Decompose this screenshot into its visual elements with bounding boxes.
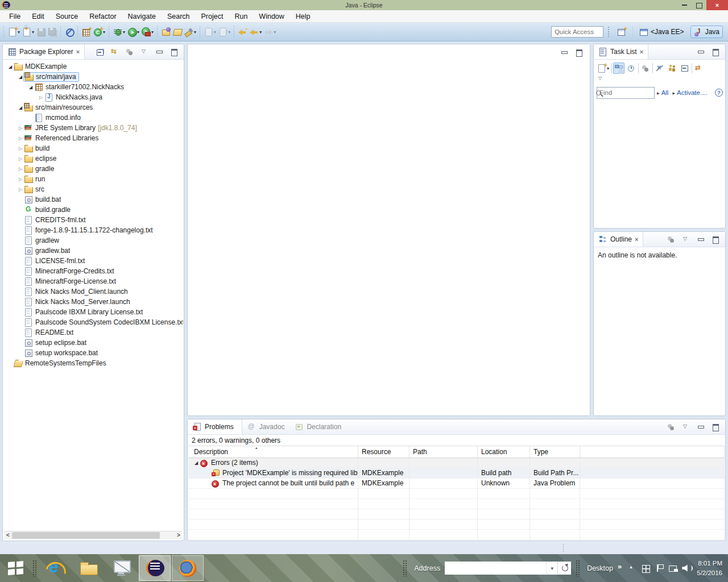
maximize-button[interactable] (573, 47, 585, 58)
task-list-link-all[interactable]: All (657, 89, 668, 96)
perspective-javaee-button[interactable]: <Java EE> (636, 26, 688, 38)
column-header-type[interactable]: Type (530, 446, 580, 458)
toolbar-overflow-icon[interactable]: ▽ (598, 76, 602, 81)
skip-breakpoints-button[interactable] (64, 26, 75, 38)
save-button[interactable] (35, 26, 47, 38)
tree-item[interactable]: build.bat (3, 194, 183, 205)
tree-item[interactable]: mcmod.info (3, 113, 183, 123)
tree-twistie-icon[interactable]: ▷ (38, 95, 44, 100)
new-task-button[interactable]: ▾ (596, 63, 610, 74)
open-type-button[interactable] (172, 26, 183, 38)
tree-twistie-icon[interactable]: ▷ (17, 167, 24, 172)
tree-item[interactable]: RemoteSystemsTempFiles (3, 358, 183, 368)
taskbar-app-system-monitor[interactable] (106, 555, 138, 581)
taskbar-app-eclipse[interactable] (139, 555, 171, 581)
tree-item[interactable]: ▷build (3, 143, 183, 153)
external-tools-button[interactable]: ▾ (140, 26, 155, 38)
view-menu-button[interactable] (139, 46, 150, 57)
forward-button[interactable]: ▾ (263, 26, 277, 38)
scrollbar-thumb[interactable] (12, 532, 160, 539)
chevron-down-icon[interactable]: ▾ (137, 30, 139, 35)
tree-twistie-icon[interactable]: ▷ (17, 146, 24, 151)
problems-group-row[interactable]: ◢Errors (2 items) (188, 458, 725, 468)
minimize-button[interactable] (695, 234, 706, 245)
tree-item[interactable]: gradlew (3, 235, 183, 246)
scroll-left-icon[interactable]: < (4, 531, 12, 539)
debug-button[interactable]: ▾ (112, 26, 126, 38)
package-explorer-tab[interactable]: Package Explorer (3, 44, 85, 59)
chevron-down-icon[interactable]: ▾ (32, 30, 34, 35)
start-button[interactable] (0, 554, 31, 582)
problems-row[interactable]: Project 'MDKExample' is missing required… (188, 468, 725, 479)
view-menu-button[interactable] (680, 234, 692, 245)
focus-button[interactable] (124, 46, 135, 57)
tree-item[interactable]: ▷JRE System Library [jdk1.8.0_74] (3, 123, 183, 133)
perspective-java-button[interactable]: Java (690, 26, 723, 38)
tree-item[interactable]: Paulscode SoundSystem CodecIBXM License.… (3, 317, 183, 327)
address-input[interactable] (445, 562, 546, 575)
tree-item[interactable]: forge-1.8.9-11.15.1.1722-changelog.txt (3, 225, 183, 235)
chevron-down-icon[interactable]: ▾ (228, 30, 230, 35)
tree-item[interactable]: MinecraftForge-Credits.txt (3, 266, 183, 276)
tree-twistie-icon[interactable]: ◢ (7, 64, 14, 69)
synchronize-button[interactable] (693, 63, 705, 74)
menu-item-refactor[interactable]: Refactor (84, 11, 122, 22)
run-button[interactable]: ▾ (126, 26, 140, 38)
tree-item[interactable]: ▷src (3, 184, 183, 194)
menu-item-window[interactable]: Window (253, 11, 289, 22)
menu-item-project[interactable]: Project (196, 11, 229, 22)
chevron-down-icon[interactable]: ▾ (274, 30, 276, 35)
focus-button[interactable] (640, 63, 651, 74)
tree-item[interactable]: MinecraftForge-License.txt (3, 276, 183, 286)
tree-twistie-icon[interactable]: ▷ (17, 136, 24, 141)
network-icon[interactable] (668, 563, 679, 573)
minimize-button[interactable] (695, 421, 706, 433)
windows-tray-icon[interactable] (641, 563, 651, 573)
search-button[interactable]: ▾ (183, 26, 197, 38)
tree-item[interactable]: ▷gradle (3, 164, 183, 174)
menu-item-edit[interactable]: Edit (26, 11, 50, 22)
focus-button[interactable] (665, 421, 677, 433)
quick-access-input[interactable] (551, 26, 603, 38)
tree-item[interactable]: ▷eclipse (3, 153, 183, 164)
help-icon[interactable]: ? (715, 89, 723, 97)
chevron-down-icon[interactable]: ▾ (123, 30, 125, 35)
collapse-window-button[interactable] (679, 63, 690, 74)
scroll-right-icon[interactable]: > (175, 531, 183, 539)
taskbar-clock[interactable]: 8:01 PM 5/2/2016 (697, 559, 722, 577)
refresh-icon[interactable] (557, 562, 571, 575)
scrollbar-track[interactable] (12, 531, 175, 539)
back-button[interactable]: ▾ (249, 26, 263, 38)
chevron-down-icon[interactable]: ▾ (151, 30, 154, 35)
link-with-editor-button[interactable] (109, 46, 121, 57)
menu-item-run[interactable]: Run (229, 11, 253, 22)
show-hidden-icon[interactable] (627, 563, 638, 573)
tree-item[interactable]: ◢starkiller71002.NickNacks (3, 82, 183, 92)
tab-declaration[interactable]: Declaration (289, 419, 346, 434)
tree-twistie-icon[interactable]: ▷ (17, 156, 24, 161)
close-icon[interactable] (635, 235, 638, 243)
close-icon[interactable] (640, 48, 643, 56)
new-java-class-button[interactable]: ▾ (92, 26, 106, 38)
collapse-all-button[interactable] (94, 46, 106, 57)
maximize-button[interactable] (710, 234, 721, 245)
tree-item[interactable]: gradlew.bat (3, 246, 183, 256)
new-menu-button[interactable]: ▾ (21, 26, 35, 38)
tree-item[interactable]: setup eclipse.bat (3, 338, 183, 348)
open-perspective-button[interactable] (614, 26, 630, 38)
tree-twistie-icon[interactable]: ◢ (27, 85, 34, 90)
volume-icon[interactable] (682, 563, 692, 573)
view-menu-button[interactable] (680, 421, 692, 433)
tree-item[interactable]: ◢src/main/resources (3, 102, 183, 113)
column-header-description[interactable]: Description▴ (188, 446, 358, 458)
maximize-button[interactable] (168, 46, 180, 57)
menu-item-source[interactable]: Source (50, 11, 84, 22)
maximize-button[interactable] (710, 421, 721, 433)
outline-tab[interactable]: Outline (594, 232, 643, 247)
task-list-link-activate[interactable]: Activate.... (672, 89, 707, 96)
menu-item-navigate[interactable]: Navigate (122, 11, 162, 22)
column-header-path[interactable]: Path (410, 446, 478, 458)
tree-item[interactable]: Nick Nacks Mod_Client.launch (3, 286, 183, 297)
scheduled-button[interactable] (626, 63, 637, 74)
tree-twistie-icon[interactable]: ▷ (17, 177, 24, 182)
